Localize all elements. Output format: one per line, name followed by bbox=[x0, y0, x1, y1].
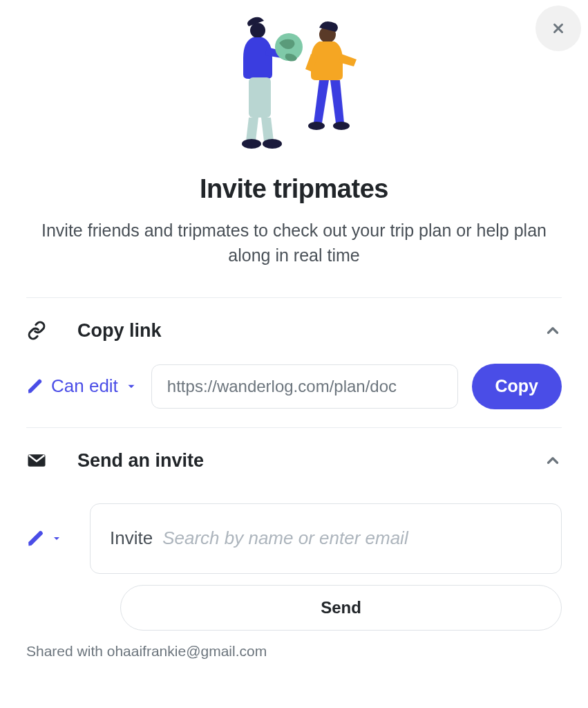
invite-input-box[interactable]: Invite bbox=[90, 503, 562, 574]
svg-point-3 bbox=[263, 139, 282, 149]
envelope-icon bbox=[26, 450, 47, 471]
copy-button[interactable]: Copy bbox=[472, 364, 562, 409]
permission-dropdown[interactable]: Can edit bbox=[26, 375, 137, 397]
svg-point-7 bbox=[333, 122, 350, 130]
chevron-up-icon bbox=[544, 451, 562, 469]
modal-title: Invite tripmates bbox=[26, 174, 562, 204]
invite-prefix: Invite bbox=[110, 528, 153, 549]
hero-illustration bbox=[26, 0, 562, 155]
pencil-icon bbox=[26, 529, 46, 548]
copy-link-header[interactable]: Copy link bbox=[26, 298, 562, 364]
copy-link-heading: Copy link bbox=[77, 320, 544, 342]
send-invite-section: Send an invite Invite Send bbox=[26, 428, 562, 631]
close-button[interactable] bbox=[535, 6, 581, 51]
modal-subtitle: Invite friends and tripmates to check ou… bbox=[26, 218, 562, 268]
chevron-up-icon bbox=[544, 322, 562, 339]
shared-with-text: Shared with ohaaifrankie@gmail.com bbox=[26, 643, 562, 660]
invite-row: Invite bbox=[26, 494, 562, 574]
invite-modal: Invite tripmates Invite friends and trip… bbox=[0, 0, 588, 687]
send-row: Send bbox=[26, 574, 562, 631]
pencil-icon bbox=[26, 378, 44, 395]
copy-link-row: Can edit Copy bbox=[26, 364, 562, 427]
svg-point-2 bbox=[242, 139, 261, 149]
copy-link-section: Copy link Can edit Copy bbox=[26, 298, 562, 427]
permission-label: Can edit bbox=[51, 375, 118, 397]
link-icon bbox=[26, 320, 47, 341]
close-icon bbox=[551, 21, 566, 36]
link-url-input[interactable] bbox=[151, 364, 458, 409]
send-invite-heading: Send an invite bbox=[77, 450, 544, 472]
svg-point-6 bbox=[308, 122, 325, 130]
caret-down-icon bbox=[125, 380, 137, 393]
svg-rect-1 bbox=[249, 77, 271, 118]
invite-permission-dropdown[interactable] bbox=[26, 529, 62, 548]
caret-down-icon bbox=[51, 533, 62, 544]
send-button[interactable]: Send bbox=[120, 585, 562, 631]
send-invite-header[interactable]: Send an invite bbox=[26, 428, 562, 494]
svg-point-0 bbox=[250, 23, 265, 38]
invite-email-input[interactable] bbox=[162, 528, 542, 549]
